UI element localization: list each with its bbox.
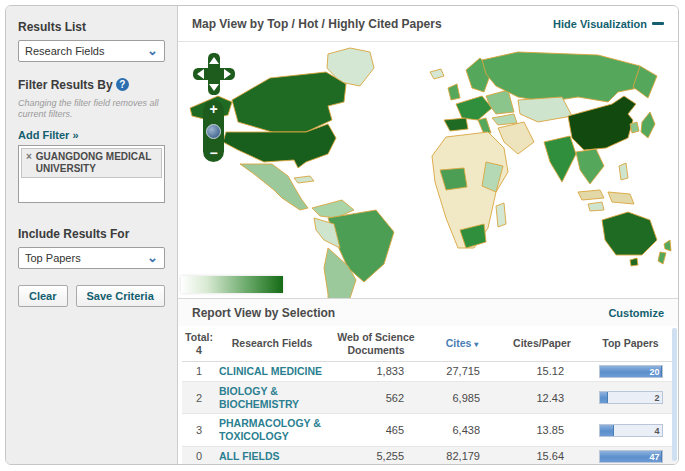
- research-field-link: CLINICAL MEDICINE: [216, 362, 328, 382]
- top-papers-value: 4: [654, 425, 659, 438]
- wos-documents-value: 5,255: [328, 446, 424, 465]
- field-link[interactable]: ALL FIELDS: [219, 450, 279, 462]
- top-papers-cell: 2: [584, 382, 677, 414]
- results-list-select[interactable]: Research Fields ⌄: [18, 40, 165, 62]
- total-header: Total: 4: [182, 326, 216, 362]
- choropleth-map[interactable]: [178, 42, 678, 298]
- top-papers-value: 47: [649, 451, 659, 464]
- customize-link[interactable]: Customize: [608, 307, 664, 319]
- cites-value: 6,438: [424, 414, 500, 446]
- filter-note: Changing the filter field removes all cu…: [18, 98, 165, 121]
- map-title: Map View by Top / Hot / Highly Cited Pap…: [192, 17, 442, 31]
- sort-desc-icon: ▾: [474, 340, 478, 349]
- cites-per-paper-value: 13.85: [500, 414, 584, 446]
- field-link[interactable]: PHARMACOLOGY & TOXICOLOGY: [219, 417, 321, 442]
- row-rank: 3: [182, 414, 216, 446]
- row-rank: 1: [182, 362, 216, 382]
- zoom-in-button[interactable]: +: [209, 103, 217, 115]
- sidebar: Results List Research Fields ⌄ Filter Re…: [6, 6, 178, 464]
- field-link[interactable]: BIOLOGY & BIOCHEMISTRY: [219, 385, 299, 410]
- zoom-out-button[interactable]: −: [209, 147, 217, 159]
- research-field-link: ALL FIELDS: [216, 446, 328, 465]
- results-list-value: Research Fields: [25, 45, 104, 57]
- minus-icon: [652, 22, 664, 25]
- chevron-down-icon: ⌄: [147, 253, 158, 263]
- wos-documents-value: 562: [328, 382, 424, 414]
- hide-visualization-link[interactable]: Hide Visualization: [553, 18, 664, 30]
- column-cites-per-paper: Cites/Paper: [500, 326, 584, 362]
- column-top-papers: Top Papers: [584, 326, 677, 362]
- top-papers-bar[interactable]: 47: [599, 450, 663, 463]
- cites-per-paper-value: 15.12: [500, 362, 584, 382]
- world-map[interactable]: + −: [178, 42, 678, 298]
- filter-tag: × GUANGDONG MEDICAL UNIVERSITY: [21, 148, 162, 178]
- top-papers-bar-fill: [600, 392, 608, 403]
- wos-documents-value: 1,833: [328, 362, 424, 382]
- cites-per-paper-value: 12.43: [500, 382, 584, 414]
- column-cites-sort[interactable]: Cites ▾: [424, 326, 500, 362]
- globe-icon[interactable]: [206, 124, 221, 139]
- include-results-value: Top Papers: [25, 252, 81, 264]
- map-zoom-control: + −: [203, 100, 224, 162]
- add-filter-link[interactable]: Add Filter »: [18, 129, 79, 141]
- table-row: 1CLINICAL MEDICINE1,83327,71515.1220: [182, 362, 677, 382]
- top-papers-cell: 47: [584, 446, 677, 465]
- top-papers-bar[interactable]: 2: [599, 391, 663, 404]
- help-icon[interactable]: ?: [116, 78, 129, 91]
- field-link[interactable]: CLINICAL MEDICINE: [219, 365, 322, 377]
- filter-list: × GUANGDONG MEDICAL UNIVERSITY: [18, 145, 165, 203]
- row-rank: 2: [182, 382, 216, 414]
- table-row: 2BIOLOGY & BIOCHEMISTRY5626,98512.432: [182, 382, 677, 414]
- save-criteria-button[interactable]: Save Criteria: [76, 285, 165, 307]
- main-panel: Map View by Top / Hot / Highly Cited Pap…: [178, 6, 678, 464]
- cites-value: 82,179: [424, 446, 500, 465]
- results-list-heading: Results List: [18, 20, 165, 34]
- include-results-select[interactable]: Top Papers ⌄: [18, 247, 165, 269]
- top-papers-value: 2: [654, 392, 659, 405]
- row-rank: 0: [182, 446, 216, 465]
- top-papers-cell: 20: [584, 362, 677, 382]
- results-table-section: Total: 4 Research Fields Web of Science …: [178, 326, 678, 465]
- report-title: Report View by Selection: [192, 306, 335, 320]
- clear-button[interactable]: Clear: [18, 285, 68, 307]
- column-wos-documents: Web of Science Documents: [328, 326, 424, 362]
- cites-value: 27,715: [424, 362, 500, 382]
- results-table: Total: 4 Research Fields Web of Science …: [182, 326, 677, 465]
- table-row: 0ALL FIELDS5,25582,17915.6447: [182, 446, 677, 465]
- report-header: Report View by Selection Customize: [178, 298, 678, 326]
- cites-per-paper-value: 15.64: [500, 446, 584, 465]
- filter-results-heading: Filter Results By?: [18, 78, 165, 92]
- wos-documents-value: 465: [328, 414, 424, 446]
- column-research-fields: Research Fields: [216, 326, 328, 362]
- vertical-scrollbar[interactable]: [672, 328, 677, 461]
- include-results-heading: Include Results For: [18, 227, 165, 241]
- top-papers-cell: 4: [584, 414, 677, 446]
- research-field-link: PHARMACOLOGY & TOXICOLOGY: [216, 414, 328, 446]
- top-papers-value: 20: [649, 366, 659, 379]
- app-window: Results List Research Fields ⌄ Filter Re…: [5, 5, 679, 465]
- map-color-legend: [181, 276, 283, 293]
- cites-value: 6,985: [424, 382, 500, 414]
- top-papers-bar[interactable]: 4: [599, 424, 663, 437]
- filter-tag-label: GUANGDONG MEDICAL UNIVERSITY: [36, 151, 157, 175]
- table-row: 3PHARMACOLOGY & TOXICOLOGY4656,43813.854: [182, 414, 677, 446]
- chevron-down-icon: ⌄: [147, 46, 158, 56]
- map-pan-control[interactable]: [192, 52, 236, 96]
- top-papers-bar[interactable]: 20: [599, 365, 663, 378]
- top-papers-bar-fill: [600, 425, 614, 436]
- map-header: Map View by Top / Hot / Highly Cited Pap…: [178, 6, 678, 42]
- research-field-link: BIOLOGY & BIOCHEMISTRY: [216, 382, 328, 414]
- remove-filter-icon[interactable]: ×: [26, 151, 32, 175]
